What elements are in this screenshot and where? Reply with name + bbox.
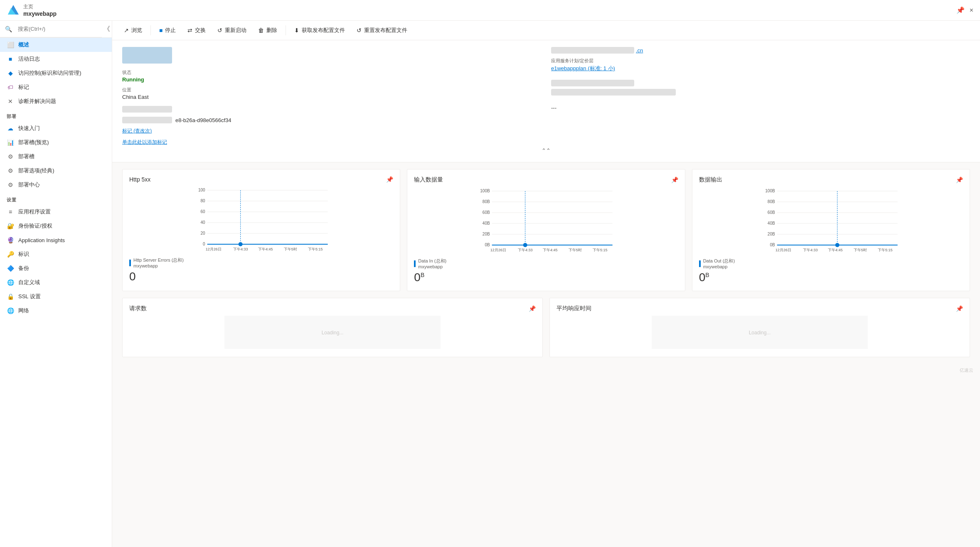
sidebar-item-access-control[interactable]: ◆ 访问控制(标识和访问管理) [0,66,112,80]
stop-label: 停止 [165,27,176,34]
sidebar-item-label: 标记 [18,83,29,91]
svg-text:下午5:15: 下午5:15 [308,247,323,251]
deploy-slots-icon: ⚙ [7,153,14,160]
separator-row: --- [551,105,970,111]
close-window-button[interactable]: × [970,6,973,14]
chart-svg-data-out: 100B 80B 60B 40B 20B 0B 12月26日 下午4:33 下午… [699,187,963,253]
pin-window-button[interactable]: 📌 [956,6,965,14]
sidebar-item-custom-domain[interactable]: 🌐 自定义域 [0,275,112,289]
svg-text:下午4:45: 下午4:45 [543,248,558,252]
swap-button[interactable]: ⇄ 交换 [182,24,211,37]
sidebar-item-auth[interactable]: 🔐 身份验证/授权 [0,219,112,233]
sidebar-item-overview[interactable]: ⬜ 概述 [0,38,112,52]
sidebar-item-activity-log[interactable]: ■ 活动日志 [0,52,112,66]
metric-card-data-in: 输入数据量 📌 100B 80B 60B [407,169,685,291]
chart-area-avg-response: Loading... [556,316,963,350]
metric-value-data-out: 0B [699,271,963,284]
sidebar-item-deploy-options[interactable]: ⚙ 部署选项(经典) [0,164,112,178]
get-publish-label: 获取发布配置文件 [302,27,345,34]
url-suffix[interactable]: .cn [636,47,643,54]
svg-text:下午5时: 下午5时 [569,248,582,252]
legend-text-data-out: Data Out (总和) [703,258,735,264]
app-name: mxywebapp [23,10,57,17]
svg-text:100B: 100B [765,189,775,193]
svg-text:80: 80 [201,199,206,203]
main-content: ↗ 浏览 ■ 停止 ⇄ 交换 ↺ 重新启动 🗑 删除 ⬇ [112,21,980,547]
svg-text:0B: 0B [485,243,490,247]
metric-card-requests: 请求数 📌 Loading... [122,298,543,357]
section-deploy: 部署 [0,108,112,121]
svg-text:60B: 60B [483,210,490,215]
pin-button-avg-response[interactable]: 📌 [956,305,963,312]
sidebar-item-identity[interactable]: 🔑 标识 [0,247,112,261]
toolbar-divider-1 [150,25,151,35]
svg-text:40B: 40B [483,221,490,226]
sidebar-item-diagnose[interactable]: ✕ 诊断并解决问题 [0,94,112,108]
metric-legend-data-in: Data In (总和) mxywebapp [414,258,678,269]
sidebar-item-ssl[interactable]: 🔒 SSL 设置 [0,289,112,304]
chart-title-data-out: 数据输出 [699,176,722,184]
svg-point-13 [239,242,243,246]
sidebar-item-app-settings[interactable]: ≡ 应用程序设置 [0,205,112,219]
svg-text:下午4:33: 下午4:33 [518,248,533,252]
pin-button-data-out[interactable]: 📌 [956,177,963,183]
swap-icon: ⇄ [187,27,192,34]
pin-button-data-in[interactable]: 📌 [671,177,678,183]
chart-area-data-out: 100B 80B 60B 40B 20B 0B 12月26日 下午4:33 下午… [699,187,963,255]
reset-icon: ↺ [357,27,362,34]
sidebar-item-app-insights[interactable]: 🔮 Application Insights [0,233,112,247]
info-row-location: 位置 China East [122,87,541,100]
tags-label[interactable]: 标记 (查改次) [122,128,152,134]
add-tags-row: 单击此处以添加标记 [122,139,541,146]
chart-title-http5xx: Http 5xx [129,176,150,183]
metrics-row-1: Http 5xx 📌 100 [122,169,970,291]
deploy-center-icon: ⚙ [7,181,14,189]
metric-card-header-data-in: 输入数据量 📌 [414,176,678,184]
sidebar-item-network[interactable]: 🌐 网络 [0,304,112,318]
svg-text:Loading...: Loading... [322,330,344,336]
reset-publish-profile-button[interactable]: ↺ 重置发布配置文件 [352,24,412,37]
sidebar-item-deploy-slots-preview[interactable]: 📊 部署槽(预览) [0,135,112,150]
metric-card-header-http5xx: Http 5xx 📌 [129,176,393,183]
sidebar-search-area: 🔍 [0,21,102,37]
chart-svg-data-in: 100B 80B 60B 40B 20B 0B 12月26日 下午4:33 下午… [414,187,678,253]
pin-button-http5xx[interactable]: 📌 [386,176,393,183]
metric-footer-data-out: Data Out (总和) mxywebapp 0B [699,258,963,284]
sidebar-item-tags[interactable]: 🏷 标记 [0,80,112,94]
tags-row: 标记 (查改次) [122,128,541,135]
sidebar-item-deploy-slots[interactable]: ⚙ 部署槽 [0,150,112,164]
delete-button[interactable]: 🗑 删除 [253,24,282,37]
sidebar-item-label: 部署中心 [18,181,40,189]
app-settings-icon: ≡ [7,208,14,216]
metrics-row-2: 请求数 📌 Loading... 平均响应时间 📌 [122,298,970,357]
chart-svg-avg-response: Loading... [556,316,963,349]
restart-button[interactable]: ↺ 重新启动 [212,24,251,37]
get-publish-profile-button[interactable]: ⬇ 获取发布配置文件 [289,24,350,37]
plan-value[interactable]: e1webappplan (标准: 1 小) [551,65,970,72]
sidebar-item-label: 网络 [18,307,29,314]
chart-title-avg-response: 平均响应时间 [556,305,591,312]
location-value: China East [122,94,541,100]
metric-card-header-avg-response: 平均响应时间 📌 [556,305,963,312]
sidebar-item-label: 访问控制(标识和访问管理) [18,69,81,77]
sidebar-item-backup[interactable]: 🔷 备份 [0,261,112,275]
search-input[interactable] [15,24,97,34]
info-area: 状态 Running 位置 China East e8-b26a-d98e056… [112,40,980,162]
sidebar-item-label: 备份 [18,265,29,272]
delete-icon: 🗑 [258,27,264,34]
sidebar-item-quickstart[interactable]: ☁ 快速入门 [0,121,112,135]
metric-footer-data-in: Data In (总和) mxywebapp 0B [414,258,678,284]
pin-button-requests[interactable]: 📌 [529,305,536,312]
diagnose-icon: ✕ [7,98,14,105]
browse-button[interactable]: ↗ 浏览 [119,24,147,37]
status-label: 状态 [122,69,541,76]
add-tags-link[interactable]: 单击此处以添加标记 [122,139,167,145]
svg-point-51 [835,243,839,247]
collapse-arrow[interactable]: ⌃⌃ [122,146,970,155]
legend-sub-data-in: mxywebapp [418,264,446,269]
sidebar-item-deploy-center[interactable]: ⚙ 部署中心 [0,178,112,192]
chart-title-data-in: 输入数据量 [414,176,443,184]
sidebar-collapse-button[interactable]: 《 [102,23,112,35]
stop-button[interactable]: ■ 停止 [154,24,181,37]
main-layout: 🔍 《 ⬜ 概述 ■ 活动日志 ◆ 访问控制(标识和访问管理) 🏷 标记 ✕ 诊… [0,21,980,547]
